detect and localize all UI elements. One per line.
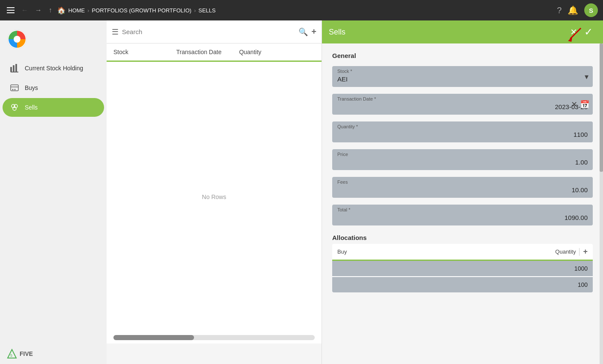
top-nav: ← → ↑ 🏠 HOME › PORTFOLIOS (GROWTH PORTFO… <box>0 0 603 20</box>
stock-field: Stock * AEI ▾ <box>332 66 593 87</box>
total-field: Total * 1090.00 <box>332 205 593 225</box>
panel-scrollbar-thumb <box>600 43 603 172</box>
stock-field-inner: Stock * AEI ▾ <box>332 66 593 87</box>
date-picker-icon[interactable]: 📅 <box>580 100 589 109</box>
avatar[interactable]: S <box>584 3 598 17</box>
fees-label: Fees <box>337 179 588 185</box>
table-area: Stock Transaction Date Quantity No Rows <box>107 43 322 364</box>
home-icon: 🏠 <box>57 6 66 14</box>
alloc-buy-col: Buy <box>337 248 555 255</box>
alloc-row-1-qty: 100 <box>578 281 588 288</box>
panel-header: Sells ✕ ✓ <box>322 20 603 43</box>
breadcrumb-sep-1: › <box>87 7 89 14</box>
breadcrumb-sep-2: › <box>194 7 196 14</box>
allocations-table-header: Buy Quantity + <box>332 244 593 261</box>
five-label: FIVE <box>20 350 33 357</box>
fees-field: Fees 10.00 <box>332 177 593 198</box>
sidebar-item-buys[interactable]: Buys <box>3 78 104 97</box>
quantity-field: Quantity * 1100 <box>332 121 593 142</box>
general-section-title: General <box>332 52 593 59</box>
alloc-row-1-buy <box>337 281 578 288</box>
svg-text:5: 5 <box>10 353 12 358</box>
current-stock-icon <box>9 63 20 73</box>
stock-value[interactable]: AEI <box>337 75 588 83</box>
sidebar-item-sells[interactable]: Sells <box>3 98 104 117</box>
right-panel: Sells ✕ ✓ General Stock * AEI ▾ <box>322 20 603 364</box>
allocations-header: Allocations <box>332 234 593 241</box>
table-header: Stock Transaction Date Quantity <box>107 43 322 62</box>
alloc-add-button[interactable]: + <box>583 247 588 256</box>
allocations-table: Buy Quantity + 1000 100 <box>332 244 593 292</box>
add-button[interactable]: + <box>311 27 316 37</box>
price-field-inner: Price 1.00 <box>332 149 593 170</box>
transaction-date-field-inner: Transaction Date * 2023-03-28 ✕ 📅 <box>332 94 593 115</box>
table-bottom <box>107 344 322 364</box>
search-button[interactable]: 🔍 <box>299 27 308 37</box>
buys-icon <box>9 83 20 93</box>
search-input[interactable] <box>122 28 295 35</box>
transaction-date-value[interactable]: 2023-03-28 <box>337 103 588 110</box>
alloc-row-1: 100 <box>332 277 593 292</box>
total-field-inner: Total * 1090.00 <box>332 205 593 225</box>
panel-scrollbar[interactable] <box>600 43 603 364</box>
filter-icon[interactable]: ☰ <box>112 27 119 37</box>
alloc-divider <box>579 248 580 256</box>
svg-rect-2 <box>10 67 12 72</box>
table-empty-message: No Rows <box>107 62 322 332</box>
quantity-label: Quantity * <box>337 124 588 129</box>
svg-point-1 <box>14 36 20 43</box>
panel-close-button[interactable]: ✕ <box>567 25 581 39</box>
date-actions: ✕ 📅 <box>571 100 589 109</box>
five-logo: 5 FIVE <box>7 349 33 359</box>
toolbar: ☰ 🔍 + <box>107 20 322 43</box>
sidebar-item-current-stock-label: Current Stock Holding <box>25 65 83 72</box>
allocations-section: Allocations Buy Quantity + 1000 <box>332 234 593 292</box>
content-area: ☰ 🔍 + Stock Transaction Date Quantity No… <box>107 20 322 364</box>
svg-rect-4 <box>15 64 17 72</box>
alloc-row-0-buy <box>337 265 574 272</box>
quantity-field-inner: Quantity * 1100 <box>332 121 593 142</box>
quantity-value[interactable]: 1100 <box>337 131 588 138</box>
panel-confirm-button[interactable]: ✓ <box>581 24 596 40</box>
sidebar-item-buys-label: Buys <box>25 84 38 91</box>
col-header-qty: Quantity <box>239 49 302 55</box>
alloc-row-0: 1000 <box>332 261 593 276</box>
svg-point-8 <box>12 89 14 90</box>
forward-button[interactable]: → <box>33 5 43 16</box>
alloc-qty-col: Quantity <box>555 248 576 255</box>
bell-icon[interactable]: 🔔 <box>568 5 578 15</box>
app-logo <box>0 25 107 58</box>
total-value[interactable]: 1090.00 <box>337 214 588 221</box>
date-clear-icon[interactable]: ✕ <box>571 100 577 109</box>
fees-value[interactable]: 10.00 <box>337 186 588 194</box>
total-label: Total * <box>337 207 588 212</box>
price-field: Price 1.00 <box>332 149 593 170</box>
help-icon[interactable]: ? <box>557 6 562 15</box>
panel-title: Sells <box>329 28 567 37</box>
stock-label: Stock * <box>337 69 588 74</box>
alloc-right-header: Quantity + <box>555 247 588 256</box>
transaction-date-label: Transaction Date * <box>337 96 588 101</box>
svg-rect-3 <box>13 65 14 72</box>
breadcrumb-portfolios[interactable]: PORTFOLIOS (GROWTH PORTFOLIO) <box>92 7 191 14</box>
price-value[interactable]: 1.00 <box>337 159 588 166</box>
table-scrollbar-thumb <box>113 335 194 340</box>
svg-point-9 <box>14 89 16 90</box>
col-header-date: Transaction Date <box>176 49 239 55</box>
col-header-stock: Stock <box>113 49 176 55</box>
sells-icon <box>9 102 20 113</box>
table-scrollbar[interactable] <box>113 335 315 340</box>
alloc-row-0-qty: 1000 <box>574 265 588 272</box>
fees-field-inner: Fees 10.00 <box>332 177 593 198</box>
up-button[interactable]: ↑ <box>47 5 54 16</box>
breadcrumb: 🏠 HOME › PORTFOLIOS (GROWTH PORTFOLIO) ›… <box>57 6 216 14</box>
breadcrumb-home[interactable]: HOME <box>68 7 85 14</box>
top-nav-right: ? 🔔 S <box>557 3 598 17</box>
sidebar-item-sells-label: Sells <box>25 104 38 111</box>
breadcrumb-current: SELLS <box>198 7 215 14</box>
price-label: Price <box>337 152 588 157</box>
back-button[interactable]: ← <box>20 5 30 16</box>
stock-dropdown-icon[interactable]: ▾ <box>585 72 589 81</box>
sidebar-item-current-stock[interactable]: Current Stock Holding <box>3 59 104 78</box>
hamburger-menu[interactable] <box>5 6 16 15</box>
